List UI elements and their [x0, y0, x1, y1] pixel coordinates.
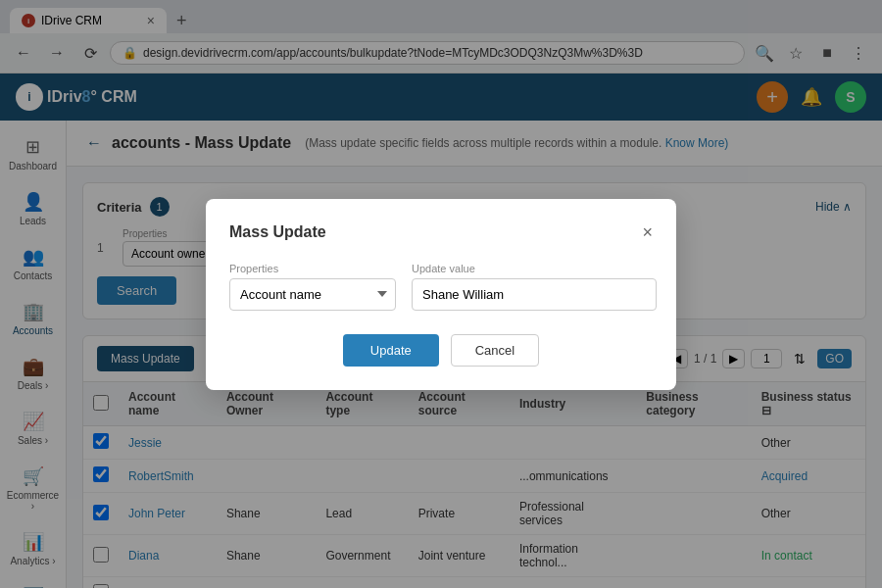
modal-header: Mass Update ×	[229, 222, 653, 243]
mass-update-modal: Mass Update × Properties Account name Up…	[206, 199, 676, 390]
modal-update-value-input[interactable]	[412, 278, 657, 311]
modal-properties-label: Properties	[229, 263, 396, 274]
modal-properties-select[interactable]: Account name	[229, 278, 396, 311]
modal-close-button[interactable]: ×	[642, 222, 653, 243]
modal-body: Properties Account name Update value	[229, 263, 653, 311]
modal-update-value-label: Update value	[412, 263, 657, 274]
modal-footer: Update Cancel	[229, 334, 653, 367]
modal-update-value-field: Update value	[412, 263, 657, 311]
modal-overlay: Mass Update × Properties Account name Up…	[0, 0, 882, 588]
cancel-button[interactable]: Cancel	[451, 334, 539, 367]
modal-properties-field: Properties Account name	[229, 263, 396, 311]
modal-title: Mass Update	[229, 223, 326, 241]
update-button[interactable]: Update	[343, 334, 439, 367]
